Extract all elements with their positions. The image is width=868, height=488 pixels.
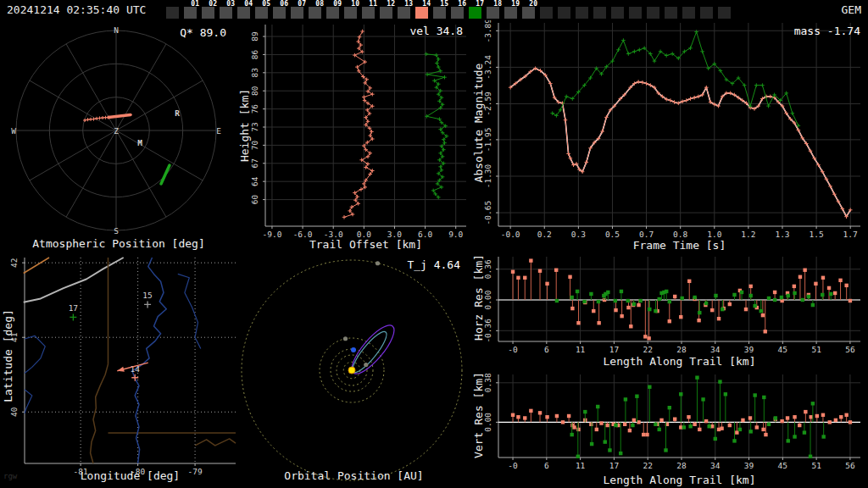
- svg-text:W: W: [11, 126, 16, 136]
- svg-text:0.2: 0.2: [537, 230, 552, 239]
- svg-text:45: 45: [778, 345, 787, 354]
- svg-text:-2.59: -2.59: [483, 92, 492, 116]
- svg-text:1.3: 1.3: [775, 230, 789, 239]
- svg-text:83: 83: [250, 68, 259, 77]
- svg-text:11: 11: [576, 461, 586, 470]
- tab-20[interactable]: 20: [522, 7, 535, 19]
- tab-16[interactable]: 16: [451, 7, 464, 19]
- height-axis-label: Height [km]: [238, 89, 251, 162]
- latitude-axis-label: Latitude [deg]: [2, 309, 14, 402]
- tab-slot-empty: [682, 7, 695, 19]
- svg-text:39: 39: [744, 461, 754, 470]
- tisserand-annotation: T_j 4.64: [407, 258, 460, 271]
- tab-slot-empty: [558, 7, 570, 19]
- svg-text:R: R: [175, 108, 180, 118]
- velocity-annotation: vel 34.8: [409, 25, 463, 37]
- tab-17[interactable]: 17: [469, 7, 481, 19]
- svg-text:56: 56: [845, 461, 855, 470]
- orbital-position-title: Orbital Position [AU]: [237, 469, 470, 482]
- svg-text:6: 6: [544, 461, 549, 470]
- svg-text:28: 28: [676, 461, 687, 470]
- map-feature-border-southeast: [195, 439, 236, 446]
- station-marker-14: [131, 374, 138, 381]
- atmospheric-position-title: Atmospheric Position [deg]: [0, 237, 237, 250]
- svg-text:80: 80: [250, 86, 259, 96]
- svg-text:28: 28: [676, 345, 687, 354]
- panel-height-profile: -9.0-6.0-3.00.03.06.09.06064677073768083…: [237, 20, 470, 254]
- panel-ground-track-map: -81-80-79404142171514 Latitude [deg] Lon…: [0, 254, 237, 488]
- vert-res-axis-label: Vert Res [km]: [472, 372, 485, 458]
- tab-09[interactable]: 09: [326, 7, 339, 19]
- light-curve-plot: -0.00.20.30.50.70.81.01.21.31.51.7-3.89-…: [470, 20, 868, 254]
- svg-text:56: 56: [845, 345, 855, 354]
- svg-text:17: 17: [69, 303, 78, 313]
- planet-venus: [364, 363, 368, 367]
- svg-text:42: 42: [9, 258, 19, 267]
- svg-text:67: 67: [250, 158, 259, 168]
- svg-text:1.7: 1.7: [843, 230, 858, 239]
- tab-slot-empty: [700, 7, 713, 19]
- svg-text:-3.24: -3.24: [483, 55, 492, 80]
- tab-13[interactable]: 13: [398, 7, 410, 19]
- tab-02[interactable]: 02: [202, 7, 214, 19]
- tab-07[interactable]: 07: [291, 7, 303, 19]
- tab-slot-empty: [665, 7, 677, 19]
- mass-annotation: mass -1.74: [794, 25, 860, 37]
- svg-text:-0.65: -0.65: [483, 201, 492, 225]
- tab-number: 14: [422, 1, 431, 8]
- tab-number: 15: [440, 1, 448, 8]
- panel-vertical-residuals: -061117222834394551560.380.00 Vert Res […: [470, 368, 868, 488]
- tab-number: 04: [244, 1, 253, 8]
- svg-text:0.5: 0.5: [605, 230, 620, 239]
- station-marker-15: [144, 301, 151, 308]
- tab-11[interactable]: 11: [362, 7, 375, 19]
- tab-15[interactable]: 15: [433, 7, 446, 19]
- svg-text:-0: -0: [508, 345, 518, 354]
- map-feature-ohio-river-border: [91, 364, 108, 463]
- tab-number: 16: [458, 1, 466, 8]
- tab-slot-empty: [718, 7, 731, 19]
- tab-14[interactable]: 14: [415, 7, 428, 19]
- tab-03[interactable]: 03: [220, 7, 232, 19]
- tab-number: 09: [333, 1, 342, 8]
- tab-number: 19: [511, 1, 520, 8]
- q-star-annotation: Q* 89.0: [180, 26, 226, 39]
- tab-08[interactable]: 08: [309, 7, 321, 19]
- tab-slot-empty: [540, 7, 553, 19]
- tab-10[interactable]: 10: [344, 7, 357, 19]
- topbar: 20241214 02:35:40 UTC 010203040506070809…: [0, 0, 868, 20]
- panel-atmospheric-position: NSEWZRM Q* 89.0 Atmospheric Position [de…: [0, 20, 237, 254]
- svg-text:0.7: 0.7: [639, 230, 654, 239]
- tab-number: 20: [529, 1, 537, 8]
- svg-text:76: 76: [250, 104, 259, 114]
- tab-slot-empty: [166, 7, 179, 19]
- length-along-trail-axis-label: Length Along Trail [km]: [498, 355, 860, 368]
- svg-text:0.38: 0.38: [483, 373, 492, 392]
- panel-orbital-position: T_j 4.64 Orbital Position [AU]: [237, 254, 470, 488]
- svg-text:E: E: [216, 126, 221, 136]
- tab-slot-empty: [629, 7, 642, 19]
- tab-12[interactable]: 12: [380, 7, 392, 19]
- svg-text:11: 11: [576, 345, 586, 354]
- svg-text:0.3: 0.3: [571, 230, 586, 239]
- tab-01[interactable]: 01: [184, 7, 197, 19]
- event-tab-strip: 0102030405060708091011121314151617181920: [166, 7, 731, 19]
- orbital-position-plot: [237, 254, 470, 488]
- svg-text:89: 89: [250, 31, 259, 42]
- svg-text:17: 17: [609, 461, 619, 470]
- ground-track-map: -81-80-79404142171514: [0, 254, 237, 488]
- svg-text:73: 73: [250, 122, 259, 131]
- tab-06[interactable]: 06: [273, 7, 286, 19]
- tab-number: 17: [476, 1, 484, 8]
- tab-04[interactable]: 04: [237, 7, 250, 19]
- svg-text:0.36: 0.36: [483, 259, 492, 279]
- length-along-trail-axis-label-2: Length Along Trail [km]: [498, 474, 860, 486]
- svg-text:45: 45: [778, 461, 787, 470]
- tab-number: 11: [369, 1, 377, 8]
- atmospheric-position-plot: NSEWZRM: [0, 20, 237, 254]
- tab-number: 02: [209, 1, 217, 8]
- tab-18[interactable]: 18: [487, 7, 499, 19]
- tab-number: 07: [298, 1, 306, 8]
- tab-19[interactable]: 19: [504, 7, 517, 19]
- tab-05[interactable]: 05: [255, 7, 268, 19]
